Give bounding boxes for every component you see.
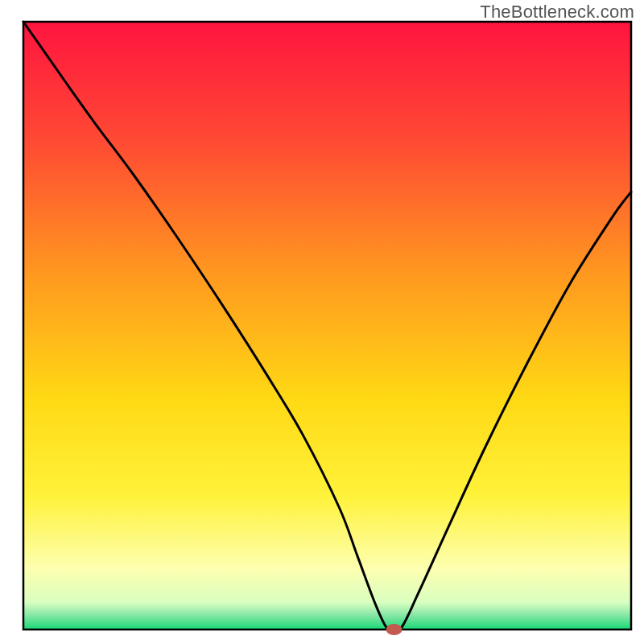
watermark-text: TheBottleneck.com bbox=[480, 2, 634, 23]
bottleneck-chart bbox=[0, 0, 644, 644]
plot-background bbox=[23, 22, 631, 630]
chart-frame: TheBottleneck.com bbox=[0, 0, 644, 644]
optimal-marker bbox=[386, 624, 402, 635]
